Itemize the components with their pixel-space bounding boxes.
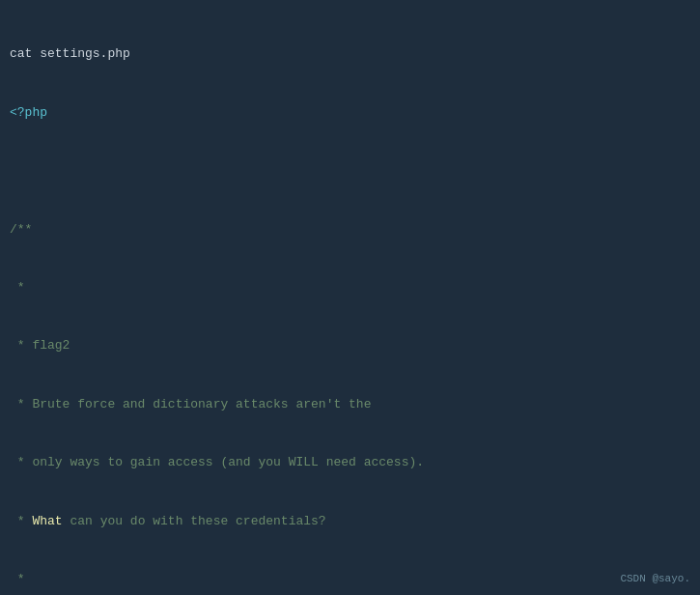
line-comment-what: * What can you do with these credentials… — [10, 512, 690, 531]
line-php-open: <?php — [10, 103, 690, 123]
line-comment-brute: * Brute force and dictionary attacks are… — [10, 395, 690, 414]
line-comment-flag2: * flag2 — [10, 336, 690, 355]
line-comment-open: /** — [10, 220, 690, 240]
line-comment-only: * only ways to gain access (and you WILL… — [10, 453, 690, 472]
line-command: cat settings.php — [10, 44, 690, 64]
code-display: cat settings.php <?php /** * * flag2 * B… — [0, 0, 700, 595]
line-blank-1 — [10, 161, 690, 181]
watermark: CSDN @sayo. — [620, 571, 690, 587]
line-comment-star2: * — [10, 570, 690, 589]
line-comment-star1: * — [10, 278, 690, 298]
